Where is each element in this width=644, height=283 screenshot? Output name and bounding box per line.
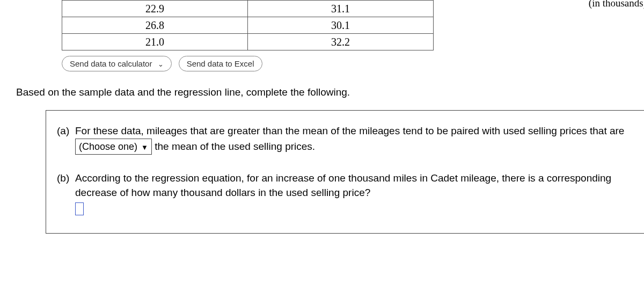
send-to-excel-button[interactable]: Send data to Excel xyxy=(179,56,262,71)
send-to-calculator-button[interactable]: Send data to calculator ⌄ xyxy=(62,56,172,71)
table-row: 26.8 30.1 xyxy=(62,17,434,34)
cell-x: 21.0 xyxy=(62,34,248,50)
instruction-text: Based on the sample data and the regress… xyxy=(16,86,644,98)
table-row: 22.9 31.1 xyxy=(62,1,434,17)
chevron-down-icon: ⌄ xyxy=(158,60,164,68)
choose-one-dropdown[interactable]: (Choose one) ▼ xyxy=(75,139,152,155)
units-hint: (in thousands) xyxy=(589,0,644,9)
cell-x: 26.8 xyxy=(62,17,248,34)
question-b-text: According to the regression equation, fo… xyxy=(75,172,611,199)
question-a-text-2: the mean of the used selling prices. xyxy=(155,141,315,152)
chevron-down-icon: ▼ xyxy=(141,143,148,151)
question-box: (a) For these data, mileages that are gr… xyxy=(46,110,644,234)
question-label-b: (b) xyxy=(57,171,75,217)
table-row: 21.0 32.2 xyxy=(62,34,434,50)
question-a-text-1: For these data, mileages that are greate… xyxy=(75,125,624,136)
question-b: (b) According to the regression equation… xyxy=(57,171,633,217)
button-label: Send data to Excel xyxy=(187,59,254,68)
cell-y: 31.1 xyxy=(248,1,434,17)
question-label-a: (a) xyxy=(57,124,75,155)
cell-x: 22.9 xyxy=(62,1,248,17)
question-a: (a) For these data, mileages that are gr… xyxy=(57,124,633,155)
cell-y: 30.1 xyxy=(248,17,434,34)
button-label: Send data to calculator xyxy=(70,59,152,68)
cell-y: 32.2 xyxy=(248,34,434,50)
answer-b-input[interactable] xyxy=(75,202,84,215)
data-table: 22.9 31.1 26.8 30.1 21.0 32.2 xyxy=(62,0,434,50)
dropdown-label: (Choose one) xyxy=(79,141,137,152)
